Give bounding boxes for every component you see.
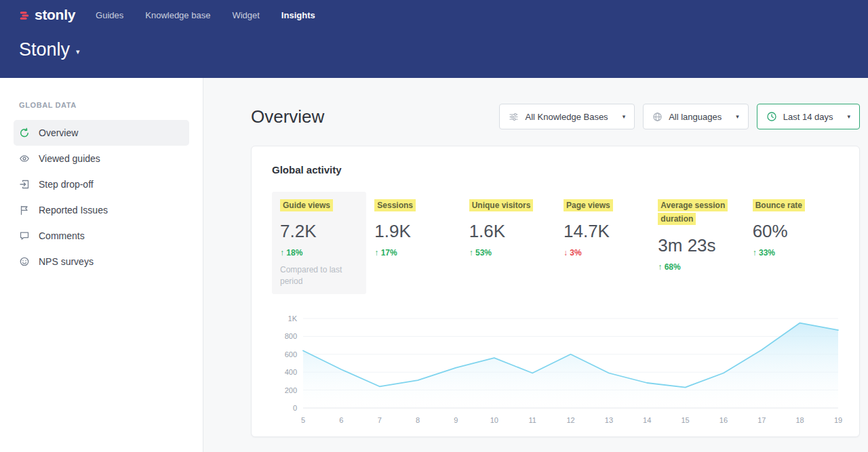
card-title: Global activity — [272, 164, 839, 176]
metric-unique-visitors[interactable]: Unique visitors 1.6K ↑ 53% — [461, 192, 555, 294]
svg-text:800: 800 — [285, 332, 297, 340]
svg-text:13: 13 — [605, 416, 613, 424]
metric-value: 1.6K — [469, 221, 547, 242]
metric-page-views[interactable]: Page views 14.7K ↓ 3% — [555, 192, 650, 294]
sidebar-item-label: Reported Issues — [39, 205, 108, 215]
top-header: stonly Guides Knowledge base Widget Insi… — [0, 0, 868, 78]
arrow-up-icon: ↑ — [753, 248, 757, 258]
languages-filter-label: All languages — [669, 112, 722, 122]
sidebar-item-nps-surveys[interactable]: NPS surveys — [14, 249, 189, 274]
globe-icon — [652, 112, 663, 122]
svg-text:16: 16 — [719, 416, 728, 424]
arrow-up-icon: ↑ — [374, 248, 378, 258]
sidebar-item-comments[interactable]: Comments — [14, 223, 189, 249]
metrics-row: Guide views 7.2K ↑ 18% Compared to last … — [272, 192, 839, 294]
metric-change: ↑ 18% — [280, 248, 358, 258]
sidebar-item-viewed-guides[interactable]: Viewed guides — [14, 146, 189, 171]
metric-value: 7.2K — [280, 221, 358, 242]
metric-average-session-duration[interactable]: Average session duration 3m 23s ↑ 68% — [650, 192, 744, 294]
filters: All Knowledge Bases ▾ All languages ▾ La… — [499, 104, 860, 129]
main-header: Overview All Knowledge Bases ▾ All langu… — [251, 104, 860, 129]
svg-text:400: 400 — [285, 368, 297, 376]
sidebar-item-step-drop-off[interactable]: Step drop-off — [14, 171, 189, 197]
workspace-caret-icon: ▾ — [76, 47, 80, 56]
metric-sessions[interactable]: Sessions 1.9K ↑ 17% — [366, 192, 460, 294]
sidebar-item-overview[interactable]: Overview — [14, 120, 189, 146]
workspace-selector[interactable]: Stonly ▾ — [19, 39, 849, 60]
svg-text:6: 6 — [339, 416, 343, 424]
metric-change: ↑ 33% — [753, 248, 831, 258]
knowledge-bases-filter[interactable]: All Knowledge Bases ▾ — [499, 104, 635, 129]
sidebar-section-label: GLOBAL DATA — [0, 101, 203, 109]
metric-value: 3m 23s — [658, 235, 736, 256]
chevron-down-icon: ▾ — [736, 113, 739, 120]
arrow-up-icon: ↑ — [469, 248, 473, 258]
svg-text:0: 0 — [293, 404, 297, 412]
svg-text:9: 9 — [454, 416, 458, 424]
languages-filter[interactable]: All languages ▾ — [643, 104, 749, 129]
metric-change: ↑ 17% — [374, 248, 452, 258]
stonly-logo[interactable]: stonly — [19, 7, 75, 23]
metric-change: ↑ 53% — [469, 248, 547, 258]
activity-chart: 02004006008001K5678910111213141516171819 — [272, 312, 839, 431]
sidebar-item-label: Step drop-off — [39, 179, 94, 190]
metric-label: Sessions — [374, 199, 416, 211]
metric-label: Bounce rate — [753, 199, 805, 211]
svg-text:12: 12 — [566, 416, 574, 424]
stonly-logo-icon — [19, 9, 30, 20]
svg-text:600: 600 — [285, 350, 297, 358]
svg-text:11: 11 — [528, 416, 536, 424]
metric-value: 14.7K — [564, 221, 642, 242]
svg-text:14: 14 — [643, 416, 651, 424]
metric-guide-views[interactable]: Guide views 7.2K ↑ 18% Compared to last … — [272, 192, 366, 294]
nav-item-knowledge-base[interactable]: Knowledge base — [145, 10, 210, 20]
knowledge-bases-filter-label: All Knowledge Bases — [525, 112, 608, 122]
svg-text:8: 8 — [416, 416, 420, 424]
svg-text:5: 5 — [301, 416, 305, 424]
metric-value: 60% — [753, 221, 831, 242]
global-activity-card: Global activity Guide views 7.2K ↑ 18% C… — [251, 146, 860, 437]
svg-text:1K: 1K — [288, 314, 298, 323]
svg-text:19: 19 — [834, 416, 842, 424]
arrow-up-icon: ↑ — [658, 262, 662, 272]
svg-text:7: 7 — [378, 416, 382, 424]
sidebar-item-label: Comments — [39, 230, 85, 241]
metric-bounce-rate[interactable]: Bounce rate 60% ↑ 33% — [745, 192, 839, 294]
arrow-up-icon: ↑ — [280, 248, 284, 258]
nav-item-widget[interactable]: Widget — [232, 10, 259, 20]
metric-label: Unique visitors — [469, 199, 534, 211]
sidebar-item-label: Viewed guides — [39, 153, 100, 164]
chevron-down-icon: ▾ — [623, 113, 626, 120]
metric-label: Guide views — [280, 199, 333, 211]
main-content: Overview All Knowledge Bases ▾ All langu… — [203, 78, 868, 452]
nav-item-insights[interactable]: Insights — [281, 10, 315, 20]
clock-icon — [766, 111, 777, 122]
app-body: GLOBAL DATA Overview Viewed guides Step … — [0, 78, 868, 452]
svg-text:15: 15 — [681, 416, 689, 424]
metric-change: ↑ 68% — [658, 262, 736, 272]
date-range-filter-label: Last 14 days — [783, 112, 833, 122]
metric-label: Average session duration — [658, 199, 728, 225]
sidebar-item-label: Overview — [39, 127, 78, 138]
svg-text:17: 17 — [757, 416, 766, 424]
smiley-icon — [19, 256, 30, 267]
page-title: Overview — [251, 106, 324, 127]
sliders-icon — [509, 112, 519, 122]
date-range-filter[interactable]: Last 14 days ▾ — [757, 104, 860, 129]
svg-text:200: 200 — [285, 386, 297, 394]
flag-icon — [19, 205, 30, 215]
arrow-down-icon: ↓ — [564, 248, 568, 258]
activity-chart-svg: 02004006008001K5678910111213141516171819 — [272, 312, 845, 428]
workspace-title: Stonly — [19, 39, 70, 60]
logo-text: stonly — [35, 7, 75, 23]
overview-icon — [19, 127, 30, 138]
svg-text:10: 10 — [490, 416, 498, 424]
sidebar-item-reported-issues[interactable]: Reported Issues — [14, 197, 189, 223]
metric-value: 1.9K — [374, 221, 452, 242]
svg-text:18: 18 — [795, 416, 804, 424]
sidebar: GLOBAL DATA Overview Viewed guides Step … — [0, 78, 203, 452]
top-nav: stonly Guides Knowledge base Widget Insi… — [19, 0, 849, 23]
top-nav-items: Guides Knowledge base Widget Insights — [96, 10, 315, 20]
nav-item-guides[interactable]: Guides — [96, 10, 123, 20]
step-drop-off-icon — [19, 179, 30, 190]
